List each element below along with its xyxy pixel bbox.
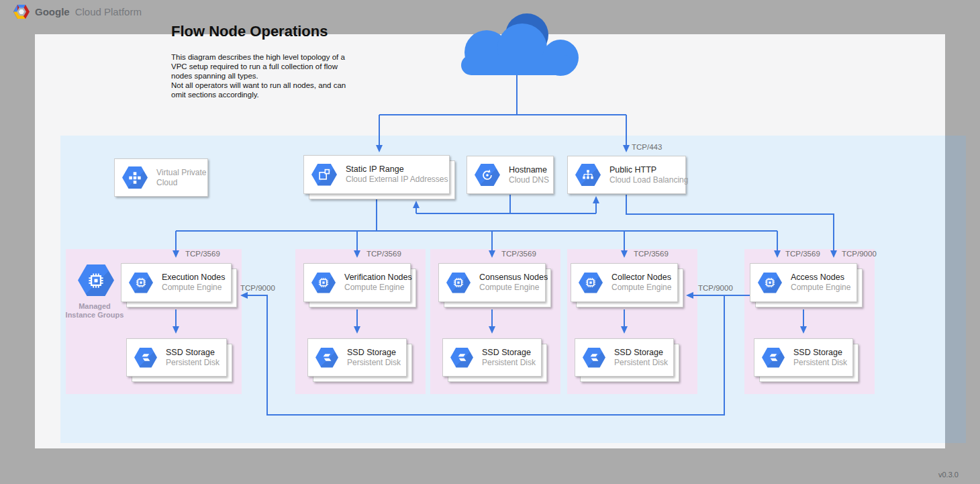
- gcp-logo-icon: [13, 5, 30, 19]
- card-title: Public HTTP: [609, 165, 688, 175]
- persistent-disk-icon: [315, 348, 338, 368]
- card-static-ip-range: Static IP Range Cloud External IP Addres…: [303, 155, 450, 194]
- port-label-tcp3569-access: TCP/3569: [785, 250, 820, 258]
- load-balancing-icon: [575, 164, 601, 186]
- card-title: Verification Nodes: [344, 273, 412, 283]
- port-label-tcp3569-consensus: TCP/3569: [501, 250, 536, 258]
- card-ssd-access: SSD Storage Persistent Disk: [754, 338, 853, 377]
- cloud-dns-icon: [475, 164, 500, 186]
- card-subtitle: Cloud External IP Addresses: [346, 175, 448, 185]
- card-title: SSD Storage: [614, 348, 668, 358]
- card-ssd-collector: SSD Storage Persistent Disk: [575, 338, 674, 377]
- port-label-tcp3569-verification: TCP/3569: [366, 250, 401, 258]
- card-subtitle: Cloud DNS: [509, 175, 549, 185]
- card-subtitle: Compute Engine: [479, 283, 548, 293]
- managed-instance-groups-label: Managed Instance Groups: [64, 302, 125, 320]
- card-subtitle: Persistent Disk: [793, 358, 847, 368]
- card-subtitle: Persistent Disk: [347, 358, 401, 368]
- vpc-icon: [122, 166, 148, 189]
- persistent-disk-icon: [583, 348, 605, 368]
- port-label-tcp9000-access: TCP/9000: [842, 250, 877, 258]
- card-access-nodes: Access Nodes Compute Engine: [750, 263, 857, 302]
- card-ssd-verification: SSD Storage Persistent Disk: [307, 338, 407, 377]
- page-title: Flow Node Operations: [171, 23, 328, 40]
- persistent-disk-icon: [762, 348, 785, 368]
- persistent-disk-icon: [134, 348, 157, 368]
- header-brand: Google Cloud Platform: [13, 5, 142, 19]
- compute-engine-icon: [758, 273, 782, 293]
- port-label-tcp3569-collector: TCP/3569: [634, 250, 669, 258]
- compute-engine-icon: [129, 273, 153, 293]
- brand-google: Google: [35, 6, 70, 17]
- port-label-tcp9000-execution: TCP/9000: [240, 284, 275, 292]
- vpc-region-overflow: [945, 136, 966, 443]
- card-ssd-consensus: SSD Storage Persistent Disk: [442, 338, 542, 377]
- card-title: SSD Storage: [793, 348, 847, 358]
- card-subtitle: Persistent Disk: [614, 358, 668, 368]
- port-label-tcp443: TCP/443: [632, 143, 662, 151]
- compute-engine-icon: [579, 273, 603, 293]
- card-label: Virtual Private Cloud: [156, 168, 213, 188]
- compute-engine-icon: [311, 273, 336, 293]
- card-hostname: Hostname Cloud DNS: [467, 156, 554, 194]
- card-verification-nodes: Verification Nodes Compute Engine: [303, 263, 411, 302]
- card-title: SSD Storage: [482, 348, 536, 358]
- card-public-http: Public HTTP Cloud Load Balancing: [567, 156, 686, 194]
- card-title: Hostname: [509, 165, 549, 175]
- card-collector-nodes: Collector Nodes Compute Engine: [571, 263, 678, 302]
- card-subtitle: Cloud Load Balancing: [609, 175, 688, 185]
- card-title: SSD Storage: [347, 348, 401, 358]
- card-title: Access Nodes: [791, 273, 850, 283]
- card-title: SSD Storage: [166, 348, 219, 358]
- description-line-2: Not all operators will want to run all n…: [171, 81, 356, 99]
- diagram-description: This diagram describes the high level to…: [171, 52, 356, 99]
- card-virtual-private-cloud: Virtual Private Cloud: [114, 158, 208, 197]
- brand-cloud-platform: Cloud Platform: [75, 6, 142, 17]
- external-ip-icon: [311, 164, 337, 186]
- port-label-tcp3569-execution: TCP/3569: [185, 250, 220, 258]
- card-title: Execution Nodes: [162, 273, 226, 283]
- card-subtitle: Compute Engine: [611, 283, 671, 293]
- port-label-tcp9000-collector: TCP/9000: [698, 284, 733, 292]
- card-execution-nodes: Execution Nodes Compute Engine: [121, 263, 232, 302]
- card-title: Consensus Nodes: [479, 273, 548, 283]
- card-consensus-nodes: Consensus Nodes Compute Engine: [438, 263, 546, 302]
- card-ssd-execution: SSD Storage Persistent Disk: [126, 338, 227, 377]
- card-title: Static IP Range: [346, 164, 448, 175]
- description-line-1: This diagram describes the high level to…: [171, 52, 356, 81]
- card-subtitle: Compute Engine: [162, 283, 226, 293]
- version-label: v0.3.0: [938, 471, 959, 479]
- internet-cloud-icon: [453, 12, 581, 79]
- card-subtitle: Persistent Disk: [482, 358, 536, 368]
- card-subtitle: Compute Engine: [344, 283, 412, 293]
- diagram-viewport: TCP/443 TCP/3569 TCP/3569 TCP/3569 TCP/3…: [0, 0, 980, 484]
- card-subtitle: Compute Engine: [791, 283, 850, 293]
- card-title: Collector Nodes: [611, 273, 671, 283]
- persistent-disk-icon: [450, 348, 473, 368]
- card-subtitle: Persistent Disk: [166, 358, 219, 368]
- compute-engine-icon: [446, 273, 471, 293]
